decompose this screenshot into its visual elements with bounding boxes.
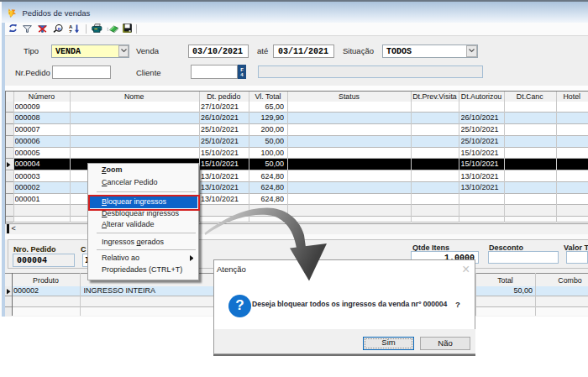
svg-text:Z: Z — [69, 29, 72, 33]
svg-text:n: n — [57, 25, 60, 31]
